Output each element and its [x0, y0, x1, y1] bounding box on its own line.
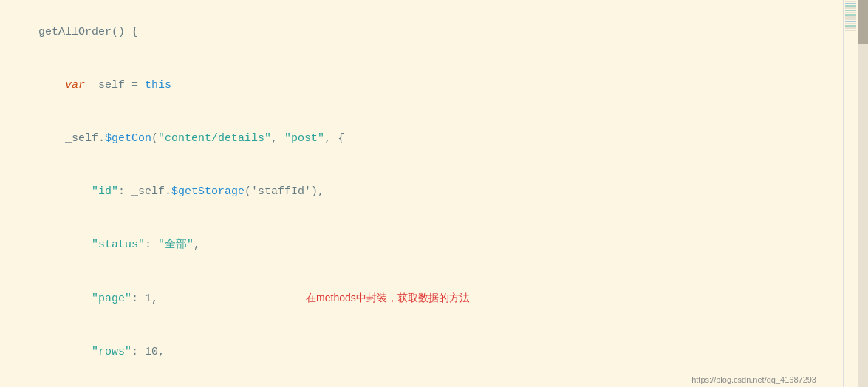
- code-editor: getAllOrder() { var _self = this _self.$…: [0, 0, 842, 387]
- code-text: [38, 185, 92, 198]
- code-text: [38, 346, 92, 358]
- string-post: "post": [284, 132, 324, 145]
- mini-line: [845, 27, 856, 29]
- code-text: _self.: [38, 132, 105, 145]
- code-text: [38, 239, 92, 251]
- keyword-this: this: [145, 79, 171, 92]
- mini-line: [845, 16, 856, 18]
- code-text: ,: [194, 239, 200, 251]
- key-page: "page": [92, 292, 131, 305]
- mini-line: [845, 18, 856, 20]
- code-text: :: [145, 239, 158, 251]
- mini-line: [845, 7, 856, 9]
- code-line-1: getAllOrder() {: [12, 6, 842, 59]
- code-line-7: "rows": 10,: [12, 326, 842, 379]
- code-text: ('staffId'),: [245, 185, 324, 198]
- scrollbar-thumb[interactable]: [858, 0, 868, 44]
- key-id: "id": [92, 185, 118, 198]
- code-text: [38, 79, 65, 92]
- mini-line: [845, 5, 856, 7]
- annotation-comment: 在methods中封装，获取数据的方法: [306, 292, 470, 304]
- code-line-3: _self.$getCon("content/details", "post",…: [12, 112, 842, 165]
- mini-line: [845, 3, 856, 4]
- key-status: "status": [92, 239, 145, 251]
- url-text: https://blog.csdn.net/qq_41687293: [691, 374, 816, 387]
- mini-line: [845, 10, 856, 11]
- scrollbar-track[interactable]: [858, 0, 868, 387]
- mini-line: [845, 30, 856, 31]
- code-text: : _self.: [118, 185, 171, 198]
- code-line-2: var _self = this: [12, 59, 842, 112]
- url-bar: https://blog.csdn.net/qq_41687293: [0, 375, 842, 387]
- code-text: (: [151, 132, 158, 145]
- mini-line: [845, 12, 856, 13]
- code-text: getAllOrder() {: [38, 26, 138, 38]
- mini-line: [845, 1, 856, 2]
- code-line-4: "id": _self.$getStorage('staffId'),: [12, 165, 842, 219]
- method-getStorage: $getStorage: [171, 185, 245, 198]
- keyword-var: var: [65, 79, 85, 92]
- mini-line: [845, 23, 856, 24]
- key-rows: "rows": [92, 346, 131, 358]
- code-text: : 10,: [131, 346, 165, 358]
- mini-line: [845, 14, 856, 16]
- code-text: ,: [271, 132, 284, 145]
- mini-line: [845, 25, 856, 27]
- code-text: [38, 292, 92, 305]
- code-line-6: "page": 1,在methods中封装，获取数据的方法: [12, 272, 842, 326]
- code-text: : 1,: [131, 292, 158, 305]
- value-status: "全部": [158, 239, 194, 251]
- minimap: [843, 0, 858, 387]
- mini-line: [845, 21, 856, 22]
- string-content-details: "content/details": [158, 132, 271, 145]
- code-line-5: "status": "全部",: [12, 219, 842, 272]
- code-text: _self =: [85, 79, 145, 92]
- method-getCon: $getCon: [105, 132, 151, 145]
- code-text: , {: [324, 132, 344, 145]
